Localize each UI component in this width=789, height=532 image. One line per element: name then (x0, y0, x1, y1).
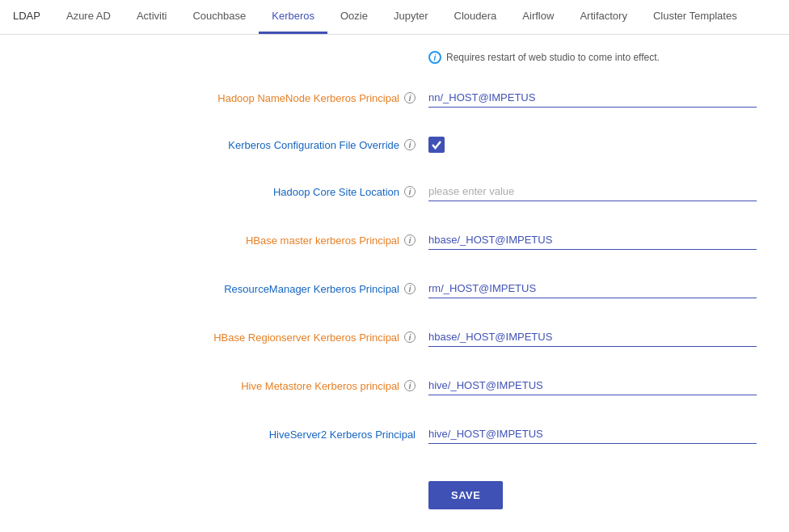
input-wrapper-hbase-regionserver (428, 327, 757, 347)
input-wrapper-hadoop-namenode (428, 88, 757, 108)
field-info-icon-hadoop-namenode[interactable]: i (404, 92, 416, 103)
form-row-hadoop-namenode: Hadoop NameNode Kerberos Principali (32, 88, 757, 108)
form-label-kerberos-config: Kerberos Configuration File Overridei (32, 139, 428, 151)
field-info-icon-resource-manager[interactable]: i (404, 283, 416, 294)
label-text-hive-metastore: Hive Metastore Kerberos principal (241, 380, 399, 392)
form-label-resource-manager: ResourceManager Kerberos Principali (32, 283, 428, 295)
info-bar: i Requires restart of web studio to come… (32, 51, 757, 64)
tab-couchbase[interactable]: Couchbase (179, 0, 259, 34)
input-wrapper-resource-manager (428, 279, 757, 298)
form-label-hbase-regionserver: HBase Regionserver Kerberos Principali (32, 331, 428, 344)
main-content: i Requires restart of web studio to come… (0, 35, 789, 526)
form-label-hive-metastore: Hive Metastore Kerberos principali (32, 380, 428, 392)
label-text-hadoop-core-site: Hadoop Core Site Location (273, 186, 399, 198)
checkbox-kerberos-config[interactable] (428, 137, 445, 153)
label-text-kerberos-config: Kerberos Configuration File Override (228, 139, 399, 151)
form-row-hbase-master: HBase master kerberos Principali (32, 230, 757, 250)
input-hbase-regionserver[interactable] (428, 327, 757, 347)
tab-cluster-templates[interactable]: Cluster Templates (640, 0, 750, 34)
info-icon: i (428, 51, 441, 64)
tab-artifactory[interactable]: Artifactory (567, 0, 640, 34)
field-info-icon-hbase-master[interactable]: i (404, 234, 416, 246)
input-wrapper-kerberos-config (428, 137, 757, 153)
input-wrapper-hbase-master (428, 230, 757, 250)
tab-bar: LDAPAzure ADActivitiCouchbaseKerberosOoz… (0, 0, 789, 35)
input-hiveserver2[interactable] (428, 424, 757, 444)
input-hadoop-namenode[interactable] (428, 88, 757, 108)
input-wrapper-hadoop-core-site (428, 182, 757, 201)
label-text-resource-manager: ResourceManager Kerberos Principal (224, 283, 399, 295)
form-row-hiveserver2: HiveServer2 Kerberos Principal (32, 424, 757, 444)
form-row-hive-metastore: Hive Metastore Kerberos principali (32, 376, 757, 395)
field-info-icon-hive-metastore[interactable]: i (404, 380, 416, 391)
tab-jupyter[interactable]: Jupyter (381, 0, 441, 34)
save-row: SAVE (32, 473, 757, 509)
field-info-icon-kerberos-config[interactable]: i (404, 139, 416, 150)
tab-airflow[interactable]: Airflow (509, 0, 567, 34)
form-row-kerberos-config: Kerberos Configuration File Overridei (32, 137, 757, 153)
input-wrapper-hiveserver2 (428, 424, 757, 444)
form-row-resource-manager: ResourceManager Kerberos Principali (32, 279, 757, 298)
tab-ldap[interactable]: LDAP (0, 0, 53, 34)
input-wrapper-hive-metastore (428, 376, 757, 395)
input-resource-manager[interactable] (428, 279, 757, 298)
tab-oozie[interactable]: Oozie (327, 0, 381, 34)
tab-azure-ad[interactable]: Azure AD (53, 0, 124, 34)
form-label-hiveserver2: HiveServer2 Kerberos Principal (32, 429, 428, 441)
label-text-hbase-regionserver: HBase Regionserver Kerberos Principal (213, 331, 399, 344)
input-hive-metastore[interactable] (428, 376, 757, 395)
save-button[interactable]: SAVE (428, 481, 503, 509)
tab-cloudera[interactable]: Cloudera (441, 0, 510, 34)
form-container: Hadoop NameNode Kerberos PrincipaliKerbe… (32, 88, 757, 444)
label-text-hadoop-namenode: Hadoop NameNode Kerberos Principal (217, 92, 399, 104)
info-message: Requires restart of web studio to come i… (446, 52, 660, 63)
input-hbase-master[interactable] (428, 230, 757, 250)
tab-kerberos[interactable]: Kerberos (259, 0, 327, 34)
form-label-hbase-master: HBase master kerberos Principali (32, 234, 428, 247)
form-label-hadoop-core-site: Hadoop Core Site Locationi (32, 186, 428, 198)
input-hadoop-core-site[interactable] (428, 182, 757, 201)
label-text-hbase-master: HBase master kerberos Principal (246, 234, 399, 247)
form-row-hadoop-core-site: Hadoop Core Site Locationi (32, 182, 757, 201)
field-info-icon-hbase-regionserver[interactable]: i (404, 331, 416, 343)
tab-activiti[interactable]: Activiti (124, 0, 180, 34)
field-info-icon-hadoop-core-site[interactable]: i (404, 186, 416, 197)
form-row-hbase-regionserver: HBase Regionserver Kerberos Principali (32, 327, 757, 347)
form-label-hadoop-namenode: Hadoop NameNode Kerberos Principali (32, 92, 428, 104)
label-text-hiveserver2: HiveServer2 Kerberos Principal (269, 429, 416, 441)
